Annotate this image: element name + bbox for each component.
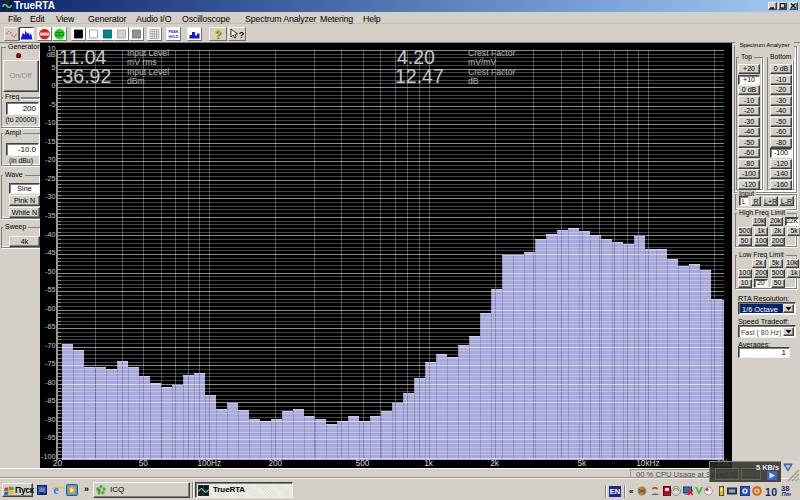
svg-text:«: « [629, 487, 634, 496]
svg-text:mV rms: mV rms [127, 57, 157, 67]
svg-text:0: 0 [52, 81, 56, 90]
svg-text:e: e [53, 483, 59, 496]
svg-text:500: 500 [356, 459, 370, 468]
svg-text:-65: -65 [45, 322, 55, 331]
svg-text:5: 5 [52, 63, 56, 72]
svg-text:-70: -70 [45, 341, 55, 350]
svg-text:-90: -90 [45, 415, 55, 424]
svg-text:20: 20 [53, 459, 63, 468]
svg-text:-20: -20 [45, 155, 55, 164]
svg-text:50: 50 [139, 459, 149, 468]
svg-text:dB: dB [468, 76, 479, 86]
svg-text:-36.92: -36.92 [56, 65, 111, 87]
svg-text:HOLD: HOLD [168, 35, 179, 39]
svg-text:-85: -85 [45, 396, 55, 405]
svg-text:-5: -5 [49, 100, 55, 109]
svg-text:-80: -80 [45, 378, 55, 387]
svg-text:?: ? [238, 30, 244, 40]
svg-text:-95: -95 [45, 433, 55, 442]
svg-text:-45: -45 [45, 248, 55, 257]
svg-text:12.47: 12.47 [395, 65, 444, 87]
svg-text:dB: dB [47, 50, 56, 59]
svg-text:-60: -60 [45, 304, 55, 313]
svg-text:100Hz: 100Hz [197, 459, 221, 468]
svg-text:STOP: STOP [41, 32, 49, 36]
svg-text:-40: -40 [45, 230, 55, 239]
svg-text:5k: 5k [578, 459, 588, 468]
svg-text:-10: -10 [45, 118, 55, 127]
svg-text:200: 200 [268, 459, 282, 468]
svg-text:dBm: dBm [127, 76, 145, 86]
svg-text:-15: -15 [45, 137, 55, 146]
svg-text:-50: -50 [45, 267, 55, 276]
svg-text:10kHz: 10kHz [636, 459, 659, 468]
svg-text:-35: -35 [45, 211, 55, 220]
svg-text:-25: -25 [45, 174, 55, 183]
svg-text:-30: -30 [45, 192, 55, 201]
svg-text:-75: -75 [45, 359, 55, 368]
svg-text:PEAK: PEAK [169, 30, 179, 34]
svg-text:1k: 1k [424, 459, 434, 468]
svg-text:-55: -55 [45, 285, 55, 294]
svg-text:mV/mV: mV/mV [468, 57, 496, 67]
svg-text:2k: 2k [490, 459, 500, 468]
